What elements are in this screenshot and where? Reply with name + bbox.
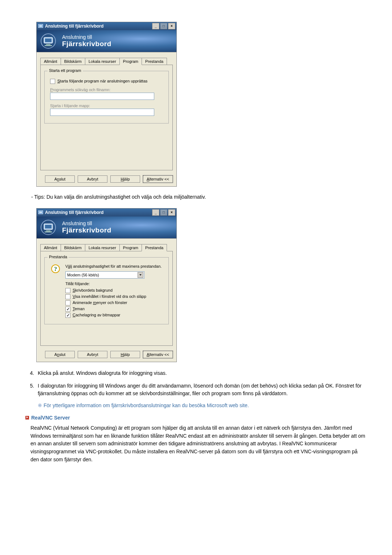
help-button[interactable]: Hjälp bbox=[110, 175, 140, 183]
tab-lokala-resurser[interactable]: Lokala resurser bbox=[85, 244, 120, 251]
start-folder-input[interactable] bbox=[50, 109, 154, 116]
close-button[interactable]: × bbox=[168, 23, 175, 29]
svg-rect-6 bbox=[45, 45, 52, 46]
checkbox-icon[interactable] bbox=[65, 294, 70, 299]
step-5: I dialogrutan för inloggning till Window… bbox=[36, 382, 367, 397]
realvnc-paragraph: RealVNC (Virtual Network Computing) är e… bbox=[25, 424, 367, 463]
select-value: Modem (56 kbit/s) bbox=[67, 273, 138, 277]
svg-rect-1 bbox=[39, 25, 42, 27]
banner-title: Fjärrskrivbord bbox=[62, 226, 111, 234]
svg-rect-5 bbox=[46, 44, 50, 45]
minimize-button[interactable]: _ bbox=[152, 23, 159, 29]
tab-allmant[interactable]: Allmänt bbox=[40, 244, 61, 251]
play-bullet-icon bbox=[25, 416, 29, 420]
titlebar[interactable]: Anslutning till fjärrskrivbord _ □ × bbox=[37, 22, 176, 30]
program-path-label: Programmets sökväg och filnamn: bbox=[50, 88, 163, 92]
instruction-steps: Klicka på anslut. Windows dialogruta för… bbox=[25, 369, 367, 397]
banner-subtitle: Anslutning till bbox=[62, 220, 111, 226]
banner-subtitle: Anslutning till bbox=[62, 34, 111, 40]
rdp-icon bbox=[38, 210, 43, 215]
help-icon: ? bbox=[50, 264, 61, 275]
tab-panel-program: Starta ett program Starta följande progr… bbox=[40, 65, 173, 170]
minimize-button[interactable]: _ bbox=[152, 209, 159, 216]
tab-allmant[interactable]: Allmänt bbox=[40, 58, 61, 65]
program-path-input[interactable] bbox=[50, 93, 154, 100]
chk-desktop-bg[interactable]: Skrivbordets bakgrund bbox=[65, 288, 163, 293]
window-title: Anslutning till fjärrskrivbord bbox=[45, 210, 152, 215]
rdp-dialog-program: Anslutning till fjärrskrivbord _ □ × Ans… bbox=[36, 22, 177, 187]
cancel-button[interactable]: Avbryt bbox=[78, 175, 107, 183]
checkbox-label: Visa innehållet i fönstret vid dra och s… bbox=[73, 294, 146, 299]
start-program-group: Starta ett program Starta följande progr… bbox=[44, 71, 169, 123]
options-button[interactable]: Alternativ << bbox=[143, 351, 173, 358]
tab-program[interactable]: Program bbox=[119, 58, 142, 65]
chk-bitmap-cache[interactable]: Cachelagring av bitmappar bbox=[65, 313, 163, 318]
checkbox-icon[interactable] bbox=[65, 300, 70, 305]
chk-themes[interactable]: Teman bbox=[65, 307, 163, 312]
svg-rect-12 bbox=[46, 230, 50, 231]
svg-rect-13 bbox=[45, 231, 52, 232]
checkbox-icon[interactable] bbox=[65, 288, 70, 293]
svg-rect-4 bbox=[45, 39, 52, 42]
tab-bildskarm[interactable]: Bildskärm bbox=[61, 244, 85, 251]
dialog-banner: Anslutning till Fjärrskrivbord bbox=[37, 30, 176, 52]
cancel-button[interactable]: Avbryt bbox=[78, 351, 107, 358]
step-4: Klicka på anslut. Windows dialogruta för… bbox=[36, 369, 367, 377]
rdp-dialog-prestanda: Anslutning till fjärrskrivbord _ □ × Ans… bbox=[36, 208, 177, 362]
chk-drag-content[interactable]: Visa innehållet i fönstret vid dra och s… bbox=[65, 294, 163, 299]
rdp-icon bbox=[38, 24, 43, 29]
window-title: Anslutning till fjärrskrivbord bbox=[45, 24, 152, 29]
checkbox-label: Starta följande program när anslutningen… bbox=[57, 79, 147, 83]
dialog-buttons: Anslut Avbryt Hjälp Alternativ << bbox=[37, 349, 176, 362]
prestanda-group: Prestanda ? Välj anslutningshastighet fö… bbox=[44, 257, 169, 324]
section-header-text: RealVNC Server bbox=[31, 415, 70, 421]
svg-text:?: ? bbox=[54, 266, 57, 272]
tip-text: - Tips: Du kan välja din anslutningshast… bbox=[25, 193, 367, 201]
connection-speed-select[interactable]: Modem (56 kbit/s) bbox=[65, 271, 144, 279]
tab-program[interactable]: Program bbox=[119, 244, 142, 251]
notice-text: För ytterligare information om fjärrskri… bbox=[44, 402, 249, 408]
banner-computer-icon bbox=[40, 32, 57, 50]
close-button[interactable]: × bbox=[168, 209, 175, 216]
start-folder-label: Starta i följande mapp: bbox=[50, 104, 163, 108]
titlebar[interactable]: Anslutning till fjärrskrivbord _ □ × bbox=[37, 208, 176, 216]
chk-anim-menus[interactable]: Animerade menyer och fönster bbox=[65, 300, 163, 305]
connect-button[interactable]: Anslut bbox=[45, 351, 75, 358]
checkbox-label: Teman bbox=[73, 307, 85, 311]
checkbox-icon[interactable] bbox=[65, 313, 70, 318]
svg-rect-11 bbox=[45, 225, 52, 228]
maximize-button[interactable]: □ bbox=[160, 209, 167, 216]
connect-button[interactable]: Anslut bbox=[45, 175, 75, 183]
note-star-icon: ※ bbox=[38, 402, 42, 408]
svg-marker-16 bbox=[139, 274, 142, 276]
banner-title: Fjärrskrivbord bbox=[62, 40, 111, 48]
svg-rect-8 bbox=[39, 211, 42, 213]
tab-lokala-resurser[interactable]: Lokala resurser bbox=[85, 58, 120, 65]
tab-prestanda[interactable]: Prestanda bbox=[142, 244, 167, 251]
tab-panel-prestanda: Prestanda ? Välj anslutningshastighet fö… bbox=[40, 251, 173, 346]
maximize-button[interactable]: □ bbox=[160, 23, 167, 29]
options-button[interactable]: Alternativ << bbox=[143, 175, 173, 183]
group-legend: Prestanda bbox=[48, 255, 69, 259]
help-button[interactable]: Hjälp bbox=[110, 351, 140, 358]
tab-prestanda[interactable]: Prestanda bbox=[142, 58, 167, 65]
info-notice: ※För ytterligare information om fjärrskr… bbox=[25, 402, 367, 408]
dialog-banner: Anslutning till Fjärrskrivbord bbox=[37, 216, 176, 239]
checkbox-icon[interactable] bbox=[65, 307, 70, 312]
tab-bildskarm[interactable]: Bildskärm bbox=[61, 58, 85, 65]
banner-computer-icon bbox=[40, 219, 57, 236]
start-program-checkbox-row[interactable]: Starta följande program när anslutningen… bbox=[50, 79, 163, 84]
checkbox-icon[interactable] bbox=[50, 79, 55, 84]
allow-label: Tillåt följande: bbox=[65, 281, 163, 286]
section-header: RealVNC Server bbox=[25, 415, 367, 421]
tabs: Allmänt Bildskärm Lokala resurser Progra… bbox=[37, 52, 176, 65]
tabs: Allmänt Bildskärm Lokala resurser Progra… bbox=[37, 239, 176, 251]
dialog-buttons: Anslut Avbryt Hjälp Alternativ << bbox=[37, 174, 176, 186]
group-legend: Starta ett program bbox=[48, 68, 83, 73]
chevron-down-icon[interactable] bbox=[138, 272, 143, 278]
perf-hint: Välj anslutningshastighet för att maxime… bbox=[65, 264, 163, 268]
checkbox-label: Skrivbordets bakgrund bbox=[73, 288, 113, 292]
checkbox-label: Animerade menyer och fönster bbox=[73, 300, 127, 305]
checkbox-label: Cachelagring av bitmappar bbox=[73, 313, 120, 317]
